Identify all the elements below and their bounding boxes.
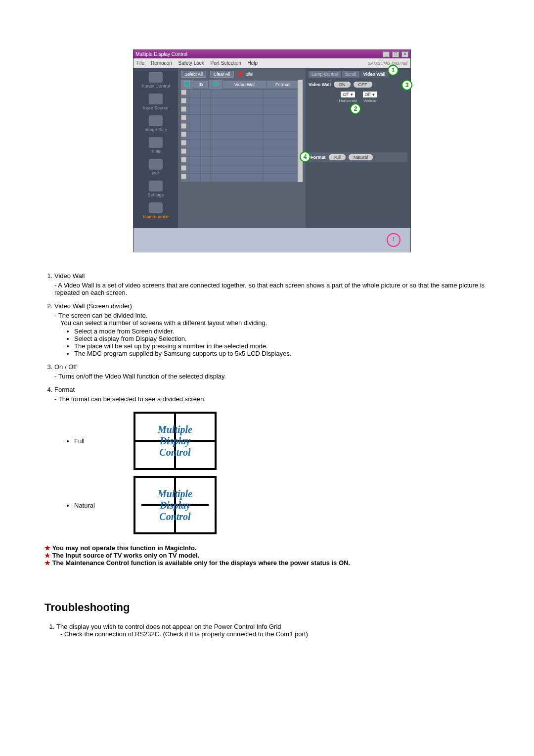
window-title: Multiple Display Control [135, 51, 187, 57]
col-status[interactable] [209, 80, 222, 89]
center-pane: Select All Clear All Idle ID Video Wall … [178, 68, 306, 228]
col-id[interactable]: ID [193, 81, 208, 89]
callout-3: 3 [401, 80, 412, 91]
table-row[interactable] [181, 165, 298, 174]
horizontal-select[interactable]: Off▾ [341, 92, 355, 97]
callout-1: 1 [388, 65, 399, 76]
table-row[interactable] [181, 123, 298, 132]
image-size-icon [149, 115, 163, 126]
status-strip: ! [134, 228, 410, 252]
idle-indicator-icon [238, 72, 242, 76]
grid-header: ID Video Wall Format [181, 80, 298, 89]
callout-2: 2 [350, 103, 361, 114]
troubleshooting-heading: Troubleshooting [44, 601, 499, 614]
callout-4: 4 [300, 151, 311, 162]
menu-help[interactable]: Help [248, 60, 258, 66]
maximize-icon[interactable]: □ [392, 51, 399, 57]
grid-body [181, 90, 298, 182]
sidebar-item-power-control[interactable]: Power Control [134, 72, 178, 89]
chevron-down-icon: ▾ [351, 92, 353, 97]
col-format[interactable]: Format [267, 81, 298, 89]
desc-item-4: Format The format can be selected to see… [54, 386, 499, 403]
note-2: The Input source of TV works only on TV … [44, 552, 499, 559]
idle-label: Idle [246, 72, 253, 77]
menu-port-selection[interactable]: Port Selection [211, 60, 241, 66]
video-wall-label: Video Wall [309, 82, 331, 87]
sidebar-item-time[interactable]: Time [134, 137, 178, 154]
vertical-label: Vertical [363, 98, 376, 103]
pip-icon [149, 159, 163, 170]
table-row[interactable] [181, 132, 298, 140]
menu-file[interactable]: File [136, 60, 144, 66]
tab-lamp-control[interactable]: Lamp Control [309, 71, 341, 78]
table-row[interactable] [181, 115, 298, 123]
mdc-window: Multiple Display Control _ □ × File Remo… [133, 49, 411, 252]
sidebar-item-image-size[interactable]: Image Size [134, 115, 178, 132]
table-row[interactable] [181, 90, 298, 98]
tab-video-wall[interactable]: Video Wall [360, 71, 389, 78]
input-source-icon [149, 94, 163, 104]
desc-item-1: Video Wall A Video Wall is a set of vide… [54, 272, 499, 296]
sidebar-item-settings[interactable]: Settings [134, 181, 178, 197]
warning-icon: ! [387, 233, 400, 247]
sample-natural-diagram: MultipleDisplayControl [134, 476, 217, 534]
tab-scroll[interactable]: Scroll [342, 71, 359, 78]
col-check[interactable] [181, 80, 193, 89]
sidebar-item-maintenance[interactable]: Maintenance [134, 202, 178, 219]
notes-list: You may not operate this function in Mag… [44, 544, 499, 567]
menu-safety-lock[interactable]: Safety Lock [178, 60, 204, 66]
note-1: You may not operate this function in Mag… [44, 544, 499, 552]
sidebar-item-input-source[interactable]: Input Source [134, 94, 178, 110]
maintenance-icon [149, 202, 163, 213]
menubar: File Remocon Safety Lock Port Selection … [134, 58, 410, 68]
full-button[interactable]: Full [329, 154, 346, 160]
menu-remocon[interactable]: Remocon [151, 60, 172, 66]
troubleshooting-block: The display you wish to control does not… [44, 623, 499, 638]
table-row[interactable] [181, 148, 298, 157]
table-row[interactable] [181, 140, 298, 148]
chevron-down-icon: ▾ [372, 92, 375, 97]
horizontal-label: Horizontal [339, 98, 357, 103]
sample-natural-label: Natural [74, 502, 124, 509]
vertical-select[interactable]: Off▾ [363, 92, 377, 97]
sidebar-item-pip[interactable]: PIP [134, 159, 178, 176]
time-icon [149, 137, 163, 148]
desc-item-3: On / Off Turns on/off the Video Wall fun… [54, 363, 499, 380]
right-pane: 1 Lamp Control Scroll Video Wall Video W… [306, 68, 410, 228]
sample-full-label: Full [74, 437, 124, 445]
table-row[interactable] [181, 157, 298, 165]
brand-label: SAMSUNG DIGITall [368, 61, 407, 66]
sample-full-diagram: MultipleDisplayControl [134, 412, 217, 470]
ts-item-1: The display you wish to control does not… [56, 623, 499, 638]
note-3: The Maintenance Control function is avai… [44, 559, 499, 567]
window-controls: _ □ × [382, 51, 408, 57]
description-block: Video Wall A Video Wall is a set of vide… [44, 272, 499, 567]
col-video-wall[interactable]: Video Wall [223, 81, 267, 89]
power-control-icon [149, 72, 163, 83]
titlebar: Multiple Display Control _ □ × [134, 50, 410, 58]
minimize-icon[interactable]: _ [383, 51, 390, 57]
scrollbar[interactable] [298, 80, 303, 182]
off-button[interactable]: OFF [354, 82, 372, 88]
clear-all-button[interactable]: Clear All [210, 71, 234, 78]
desc-item-2: Video Wall (Screen divider) The screen c… [54, 302, 499, 357]
close-icon[interactable]: × [401, 51, 408, 57]
on-button[interactable]: ON [334, 82, 351, 88]
natural-button[interactable]: Natural [349, 154, 373, 160]
format-label: Format [311, 155, 326, 160]
table-row[interactable] [181, 98, 298, 106]
format-samples-table: Full MultipleDisplayControl Natural Mult… [59, 409, 222, 537]
table-row[interactable] [181, 174, 298, 182]
settings-icon [149, 181, 163, 191]
sidebar: Power Control Input Source Image Size Ti… [134, 68, 178, 228]
select-all-button[interactable]: Select All [181, 71, 206, 78]
table-row[interactable] [181, 106, 298, 115]
